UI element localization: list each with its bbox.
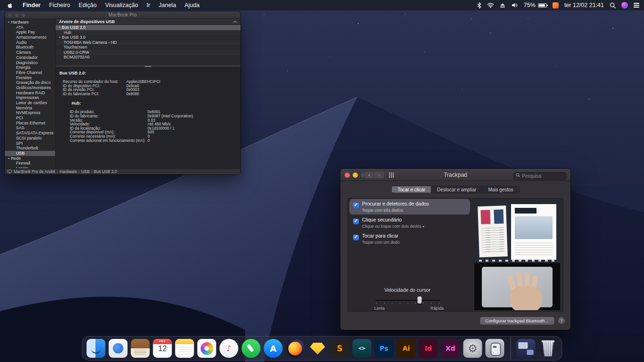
sketch-icon[interactable] bbox=[308, 339, 327, 358]
appstore-icon[interactable]: A bbox=[264, 339, 283, 358]
app-menu-finder[interactable]: Finder bbox=[18, 2, 45, 8]
device-tree-row[interactable]: ▾BCM20702A0 bbox=[56, 55, 240, 60]
disclosure-triangle-icon[interactable]: ▾ bbox=[59, 25, 60, 30]
menu-item[interactable]: Ajuda bbox=[180, 2, 204, 8]
contacts-icon[interactable] bbox=[131, 339, 150, 358]
code-editor-icon[interactable]: <> bbox=[353, 339, 372, 358]
illustrator-icon[interactable]: Ai bbox=[397, 339, 416, 358]
automator-icon[interactable] bbox=[486, 339, 504, 358]
sidebar-item[interactable]: ▾FireWire bbox=[5, 75, 55, 81]
sidebar-item[interactable]: ▾Thunderbolt bbox=[5, 146, 55, 151]
tab[interactable]: Deslocar e ampliar bbox=[431, 186, 482, 193]
sidebar-item[interactable]: ▾USB bbox=[5, 151, 55, 156]
sidebar-item[interactable]: ▾SPI bbox=[5, 141, 55, 146]
sublime-icon[interactable]: S bbox=[330, 339, 349, 358]
sidebar-item[interactable]: ▾Diagnóstico bbox=[5, 60, 55, 66]
sidebar-item[interactable]: ▾Apple Pay bbox=[5, 30, 55, 35]
firefox-icon[interactable] bbox=[286, 339, 305, 358]
help-button[interactable]: ? bbox=[558, 317, 565, 324]
breadcrumb-item[interactable]: Hardware › bbox=[59, 169, 81, 174]
sidebar-item[interactable]: ▾ATA bbox=[5, 25, 55, 30]
sidebar-item[interactable]: ▾Memória bbox=[5, 106, 55, 111]
sidebar-item[interactable]: ▾Leitor de cartões bbox=[5, 100, 55, 106]
system-information-titlebar[interactable]: MacBook Pro bbox=[5, 11, 240, 19]
trackpad-titlebar[interactable]: ‹ › Trackpad bbox=[340, 169, 570, 181]
collapse-chevron-icon[interactable] bbox=[233, 21, 237, 24]
menu-item[interactable]: Janela bbox=[155, 2, 181, 8]
indesign-icon[interactable]: Id bbox=[419, 339, 438, 358]
sidebar-item[interactable]: ▾SAS bbox=[5, 125, 55, 131]
sidebar-item[interactable]: ▾Áudio bbox=[5, 40, 55, 45]
slider-track[interactable] bbox=[375, 300, 440, 301]
sidebar-item[interactable]: ▾NVMExpress bbox=[5, 110, 55, 115]
sidebar-item[interactable]: ▾Rede bbox=[5, 156, 55, 161]
sidebar-item[interactable]: ▾Hardware bbox=[5, 20, 55, 25]
menu-item[interactable]: Edição bbox=[74, 2, 101, 8]
siri-icon[interactable] bbox=[621, 2, 628, 8]
dropdown-chevron-icon[interactable]: ▾ bbox=[422, 225, 424, 228]
zoom-button[interactable] bbox=[21, 13, 25, 17]
cursor-speed-slider[interactable] bbox=[375, 297, 440, 304]
photoshop-icon[interactable]: Ps bbox=[375, 339, 394, 358]
cursor-speed-thumb[interactable] bbox=[417, 296, 421, 304]
sidebar-item[interactable]: ▾SATA/SATA Express bbox=[5, 131, 55, 136]
back-button[interactable]: ‹ bbox=[364, 171, 374, 179]
tab[interactable]: Mais gestos bbox=[482, 186, 519, 193]
bluetooth-icon[interactable] bbox=[477, 2, 481, 8]
breadcrumb-item[interactable]: MacBook Pro de André › bbox=[14, 169, 59, 174]
sidebar-item[interactable]: ▾Firewall bbox=[5, 161, 55, 166]
sidebar-item[interactable]: ▾Placas Ethernet bbox=[5, 121, 55, 126]
search-input[interactable] bbox=[513, 172, 566, 180]
sidebar-item[interactable]: ▾PCI bbox=[5, 115, 55, 121]
sidebar-item[interactable]: ▾Energia bbox=[5, 65, 55, 70]
volume-icon[interactable] bbox=[511, 2, 518, 8]
adobe-xd-icon[interactable]: Xd bbox=[441, 339, 460, 358]
sidebar-item[interactable]: ▾Controlador bbox=[5, 55, 55, 60]
notification-center-icon[interactable] bbox=[634, 2, 639, 8]
menu-item[interactable]: Ficheiro bbox=[45, 2, 74, 8]
checkbox[interactable]: ✓ bbox=[353, 235, 359, 240]
gesture-option[interactable]: ✓ Procurar e detetores de dados Toque co… bbox=[348, 198, 474, 214]
system-preferences-icon[interactable]: ⚙ bbox=[463, 339, 482, 358]
spotlight-search-icon[interactable] bbox=[610, 2, 616, 8]
calendar-icon[interactable]: FEV 12 bbox=[153, 339, 172, 358]
checkbox[interactable]: ✓ bbox=[353, 203, 359, 208]
sidebar-item[interactable]: ▾Impressoras bbox=[5, 95, 55, 100]
configure-bluetooth-trackpad-button[interactable]: Configurar trackpad Bluetooth… bbox=[480, 317, 554, 325]
breadcrumb-item[interactable]: USB › bbox=[81, 169, 94, 174]
show-all-preferences-icon[interactable] bbox=[389, 173, 394, 178]
disclosure-triangle-icon[interactable]: ▾ bbox=[59, 35, 60, 40]
device-tree-row[interactable]: ▾TOSHIBA Web Camera - HD bbox=[56, 40, 240, 45]
minimized-window-icon[interactable] bbox=[517, 339, 536, 358]
breadcrumb-item[interactable]: Bus USB 2.0 › bbox=[94, 169, 117, 174]
sidebar-item[interactable]: ▾Câmara bbox=[5, 50, 55, 55]
itunes-icon[interactable]: ♪ bbox=[220, 339, 239, 358]
battery-status[interactable]: 75% bbox=[524, 2, 547, 8]
sidebar-item[interactable]: ▾Hardware RAID bbox=[5, 90, 55, 96]
whatsapp-icon[interactable] bbox=[242, 339, 261, 358]
menu-extra-icon[interactable] bbox=[553, 2, 559, 8]
device-tree-header[interactable]: Árvore de dispositivos USB bbox=[56, 19, 240, 25]
device-tree-row[interactable]: ▾Touchscreen bbox=[56, 45, 240, 50]
menu-item[interactable]: Ir bbox=[142, 2, 155, 8]
sidebar-item[interactable]: ▾Armazenamento bbox=[5, 35, 55, 40]
checkbox[interactable]: ✓ bbox=[353, 219, 359, 224]
mail-icon[interactable] bbox=[109, 339, 128, 358]
separator-icon[interactable] bbox=[508, 339, 513, 358]
device-tree-row[interactable]: ▾Bus USB 3.0 bbox=[56, 35, 240, 40]
sidebar-item[interactable]: ▾Bluetooth bbox=[5, 45, 55, 50]
wifi-icon[interactable] bbox=[487, 3, 494, 8]
notes-icon[interactable] bbox=[175, 339, 194, 358]
sidebar-item[interactable]: ▾Gravação de disco bbox=[5, 80, 55, 85]
pane-splitter[interactable] bbox=[56, 65, 240, 67]
sidebar-item[interactable]: ▾SCSI paralelo bbox=[5, 136, 55, 141]
gesture-option[interactable]: ✓ Clique secundário Clique ou toque com … bbox=[348, 214, 474, 230]
finder-icon[interactable] bbox=[87, 339, 106, 358]
sidebar-item[interactable]: ▾Fibre Channel bbox=[5, 70, 55, 75]
device-tree-row[interactable]: ▾USB2.0-CRW bbox=[56, 50, 240, 55]
forward-button[interactable]: › bbox=[374, 171, 385, 179]
eject-icon[interactable] bbox=[500, 3, 505, 8]
tab[interactable]: Tocar e clicar bbox=[392, 186, 431, 193]
trash-icon[interactable] bbox=[539, 339, 558, 358]
apple-menu[interactable] bbox=[0, 2, 18, 9]
